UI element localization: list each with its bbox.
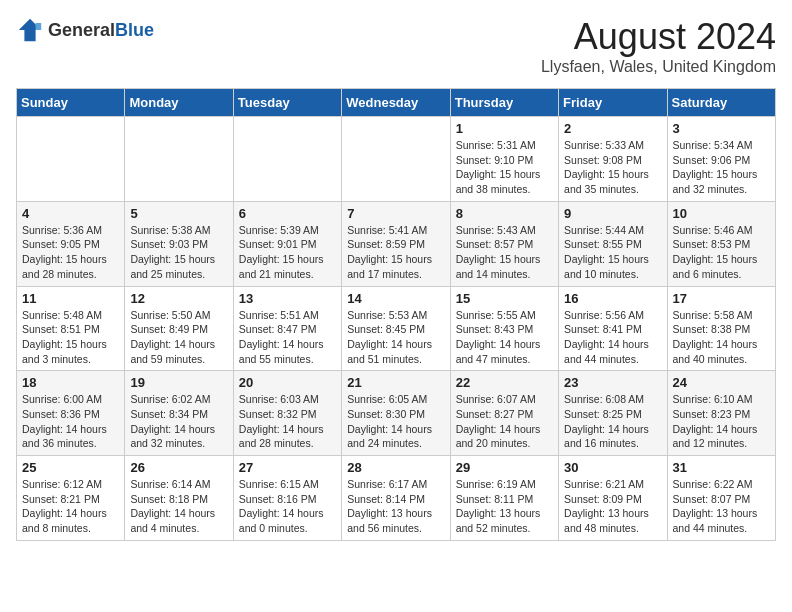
day-number: 14 bbox=[347, 291, 444, 306]
svg-marker-1 bbox=[36, 23, 42, 30]
day-info: Sunrise: 6:07 AM Sunset: 8:27 PM Dayligh… bbox=[456, 392, 553, 451]
day-info: Sunrise: 6:15 AM Sunset: 8:16 PM Dayligh… bbox=[239, 477, 336, 536]
day-number: 29 bbox=[456, 460, 553, 475]
day-number: 24 bbox=[673, 375, 770, 390]
calendar-cell: 21Sunrise: 6:05 AM Sunset: 8:30 PM Dayli… bbox=[342, 371, 450, 456]
day-info: Sunrise: 5:38 AM Sunset: 9:03 PM Dayligh… bbox=[130, 223, 227, 282]
day-number: 21 bbox=[347, 375, 444, 390]
calendar-cell: 22Sunrise: 6:07 AM Sunset: 8:27 PM Dayli… bbox=[450, 371, 558, 456]
calendar-cell: 28Sunrise: 6:17 AM Sunset: 8:14 PM Dayli… bbox=[342, 456, 450, 541]
day-number: 13 bbox=[239, 291, 336, 306]
day-info: Sunrise: 5:44 AM Sunset: 8:55 PM Dayligh… bbox=[564, 223, 661, 282]
day-number: 2 bbox=[564, 121, 661, 136]
day-number: 6 bbox=[239, 206, 336, 221]
day-info: Sunrise: 6:02 AM Sunset: 8:34 PM Dayligh… bbox=[130, 392, 227, 451]
day-number: 4 bbox=[22, 206, 119, 221]
calendar-table: SundayMondayTuesdayWednesdayThursdayFrid… bbox=[16, 88, 776, 541]
day-number: 11 bbox=[22, 291, 119, 306]
day-info: Sunrise: 5:34 AM Sunset: 9:06 PM Dayligh… bbox=[673, 138, 770, 197]
calendar-cell: 7Sunrise: 5:41 AM Sunset: 8:59 PM Daylig… bbox=[342, 201, 450, 286]
day-number: 8 bbox=[456, 206, 553, 221]
calendar-cell: 31Sunrise: 6:22 AM Sunset: 8:07 PM Dayli… bbox=[667, 456, 775, 541]
day-number: 17 bbox=[673, 291, 770, 306]
day-number: 3 bbox=[673, 121, 770, 136]
day-number: 12 bbox=[130, 291, 227, 306]
day-number: 28 bbox=[347, 460, 444, 475]
calendar-cell: 12Sunrise: 5:50 AM Sunset: 8:49 PM Dayli… bbox=[125, 286, 233, 371]
day-number: 7 bbox=[347, 206, 444, 221]
day-info: Sunrise: 6:03 AM Sunset: 8:32 PM Dayligh… bbox=[239, 392, 336, 451]
calendar-week-row: 18Sunrise: 6:00 AM Sunset: 8:36 PM Dayli… bbox=[17, 371, 776, 456]
day-info: Sunrise: 6:00 AM Sunset: 8:36 PM Dayligh… bbox=[22, 392, 119, 451]
calendar-cell: 18Sunrise: 6:00 AM Sunset: 8:36 PM Dayli… bbox=[17, 371, 125, 456]
calendar-cell: 27Sunrise: 6:15 AM Sunset: 8:16 PM Dayli… bbox=[233, 456, 341, 541]
calendar-cell: 19Sunrise: 6:02 AM Sunset: 8:34 PM Dayli… bbox=[125, 371, 233, 456]
calendar-week-row: 25Sunrise: 6:12 AM Sunset: 8:21 PM Dayli… bbox=[17, 456, 776, 541]
calendar-week-row: 1Sunrise: 5:31 AM Sunset: 9:10 PM Daylig… bbox=[17, 117, 776, 202]
day-info: Sunrise: 6:05 AM Sunset: 8:30 PM Dayligh… bbox=[347, 392, 444, 451]
day-info: Sunrise: 6:10 AM Sunset: 8:23 PM Dayligh… bbox=[673, 392, 770, 451]
day-number: 20 bbox=[239, 375, 336, 390]
calendar-cell bbox=[342, 117, 450, 202]
day-info: Sunrise: 5:58 AM Sunset: 8:38 PM Dayligh… bbox=[673, 308, 770, 367]
logo-blue: Blue bbox=[115, 20, 154, 40]
calendar-cell bbox=[17, 117, 125, 202]
day-of-week-header: Thursday bbox=[450, 89, 558, 117]
logo-general: General bbox=[48, 20, 115, 40]
day-number: 1 bbox=[456, 121, 553, 136]
calendar-cell: 20Sunrise: 6:03 AM Sunset: 8:32 PM Dayli… bbox=[233, 371, 341, 456]
day-number: 15 bbox=[456, 291, 553, 306]
calendar-cell: 10Sunrise: 5:46 AM Sunset: 8:53 PM Dayli… bbox=[667, 201, 775, 286]
day-of-week-header: Monday bbox=[125, 89, 233, 117]
day-of-week-header: Friday bbox=[559, 89, 667, 117]
calendar-body: 1Sunrise: 5:31 AM Sunset: 9:10 PM Daylig… bbox=[17, 117, 776, 541]
calendar-cell: 17Sunrise: 5:58 AM Sunset: 8:38 PM Dayli… bbox=[667, 286, 775, 371]
day-number: 23 bbox=[564, 375, 661, 390]
day-of-week-header: Saturday bbox=[667, 89, 775, 117]
day-info: Sunrise: 6:14 AM Sunset: 8:18 PM Dayligh… bbox=[130, 477, 227, 536]
month-year-title: August 2024 bbox=[541, 16, 776, 58]
logo: GeneralBlue bbox=[16, 16, 154, 44]
day-number: 18 bbox=[22, 375, 119, 390]
location-subtitle: Llysfaen, Wales, United Kingdom bbox=[541, 58, 776, 76]
calendar-cell: 6Sunrise: 5:39 AM Sunset: 9:01 PM Daylig… bbox=[233, 201, 341, 286]
day-info: Sunrise: 6:19 AM Sunset: 8:11 PM Dayligh… bbox=[456, 477, 553, 536]
day-number: 25 bbox=[22, 460, 119, 475]
day-info: Sunrise: 5:36 AM Sunset: 9:05 PM Dayligh… bbox=[22, 223, 119, 282]
day-number: 19 bbox=[130, 375, 227, 390]
day-info: Sunrise: 6:12 AM Sunset: 8:21 PM Dayligh… bbox=[22, 477, 119, 536]
day-info: Sunrise: 6:21 AM Sunset: 8:09 PM Dayligh… bbox=[564, 477, 661, 536]
calendar-cell: 16Sunrise: 5:56 AM Sunset: 8:41 PM Dayli… bbox=[559, 286, 667, 371]
day-number: 31 bbox=[673, 460, 770, 475]
day-number: 27 bbox=[239, 460, 336, 475]
day-number: 26 bbox=[130, 460, 227, 475]
calendar-cell: 30Sunrise: 6:21 AM Sunset: 8:09 PM Dayli… bbox=[559, 456, 667, 541]
calendar-cell: 3Sunrise: 5:34 AM Sunset: 9:06 PM Daylig… bbox=[667, 117, 775, 202]
day-info: Sunrise: 6:08 AM Sunset: 8:25 PM Dayligh… bbox=[564, 392, 661, 451]
calendar-cell: 8Sunrise: 5:43 AM Sunset: 8:57 PM Daylig… bbox=[450, 201, 558, 286]
title-area: August 2024 Llysfaen, Wales, United King… bbox=[541, 16, 776, 76]
day-info: Sunrise: 5:56 AM Sunset: 8:41 PM Dayligh… bbox=[564, 308, 661, 367]
calendar-week-row: 11Sunrise: 5:48 AM Sunset: 8:51 PM Dayli… bbox=[17, 286, 776, 371]
calendar-cell: 9Sunrise: 5:44 AM Sunset: 8:55 PM Daylig… bbox=[559, 201, 667, 286]
calendar-cell: 26Sunrise: 6:14 AM Sunset: 8:18 PM Dayli… bbox=[125, 456, 233, 541]
calendar-cell: 15Sunrise: 5:55 AM Sunset: 8:43 PM Dayli… bbox=[450, 286, 558, 371]
day-number: 5 bbox=[130, 206, 227, 221]
header: GeneralBlue August 2024 Llysfaen, Wales,… bbox=[16, 16, 776, 76]
calendar-cell bbox=[233, 117, 341, 202]
day-number: 16 bbox=[564, 291, 661, 306]
day-info: Sunrise: 5:31 AM Sunset: 9:10 PM Dayligh… bbox=[456, 138, 553, 197]
calendar-cell: 24Sunrise: 6:10 AM Sunset: 8:23 PM Dayli… bbox=[667, 371, 775, 456]
day-info: Sunrise: 5:50 AM Sunset: 8:49 PM Dayligh… bbox=[130, 308, 227, 367]
calendar-cell bbox=[125, 117, 233, 202]
day-info: Sunrise: 5:53 AM Sunset: 8:45 PM Dayligh… bbox=[347, 308, 444, 367]
day-number: 9 bbox=[564, 206, 661, 221]
day-of-week-header: Tuesday bbox=[233, 89, 341, 117]
calendar-cell: 25Sunrise: 6:12 AM Sunset: 8:21 PM Dayli… bbox=[17, 456, 125, 541]
day-of-week-header: Wednesday bbox=[342, 89, 450, 117]
calendar-cell: 2Sunrise: 5:33 AM Sunset: 9:08 PM Daylig… bbox=[559, 117, 667, 202]
day-info: Sunrise: 5:51 AM Sunset: 8:47 PM Dayligh… bbox=[239, 308, 336, 367]
calendar-cell: 29Sunrise: 6:19 AM Sunset: 8:11 PM Dayli… bbox=[450, 456, 558, 541]
calendar-cell: 11Sunrise: 5:48 AM Sunset: 8:51 PM Dayli… bbox=[17, 286, 125, 371]
day-info: Sunrise: 6:17 AM Sunset: 8:14 PM Dayligh… bbox=[347, 477, 444, 536]
